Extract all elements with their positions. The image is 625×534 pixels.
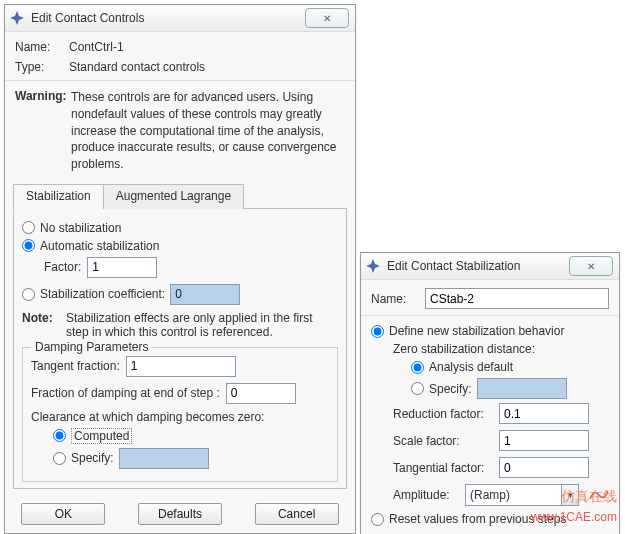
- warning-label: Warning:: [15, 89, 71, 173]
- edit-contact-stabilization-dialog: Edit Contact Stabilization ✕ Name: Defin…: [360, 252, 620, 534]
- warning-text: These controls are for advanced users. U…: [71, 89, 345, 173]
- label-no-stabilization: No stabilization: [40, 221, 121, 235]
- reduction-factor-input[interactable]: [499, 403, 589, 424]
- radio-no-stabilization[interactable]: [22, 221, 35, 234]
- damping-group-title: Damping Parameters: [31, 340, 152, 354]
- amplitude-curve-icon[interactable]: [589, 487, 609, 503]
- zero-distance-label: Zero stabilization distance:: [393, 342, 609, 356]
- type-label: Type:: [15, 60, 63, 74]
- amplitude-value: (Ramp): [466, 488, 561, 502]
- tangent-fraction-input[interactable]: [126, 356, 236, 377]
- amplitude-select[interactable]: (Ramp) ▾: [465, 484, 579, 506]
- radio-zero-specify[interactable]: [411, 382, 424, 395]
- app-icon: [365, 258, 381, 274]
- label-automatic-stabilization: Automatic stabilization: [40, 239, 159, 253]
- name-label: Name:: [371, 292, 419, 306]
- titlebar: Edit Contact Stabilization ✕: [361, 253, 619, 280]
- label-analysis-default: Analysis default: [429, 360, 513, 374]
- radio-define-new[interactable]: [371, 325, 384, 338]
- tangent-fraction-label: Tangent fraction:: [31, 359, 120, 373]
- zero-specify-input[interactable]: [477, 378, 567, 399]
- label-reset-values: Reset values from previous steps: [389, 512, 566, 526]
- radio-clearance-computed[interactable]: [53, 429, 66, 442]
- radio-stabilization-coefficient[interactable]: [22, 288, 35, 301]
- note-label: Note:: [22, 311, 60, 339]
- label-clearance-specify: Specify:: [71, 451, 114, 465]
- clearance-specify-input[interactable]: [119, 448, 209, 469]
- tab-stabilization[interactable]: Stabilization: [13, 184, 104, 209]
- label-define-new: Define new stabilization behavior: [389, 324, 564, 338]
- close-button[interactable]: ✕: [569, 256, 613, 276]
- damping-parameters-group: Damping Parameters Tangent fraction: Fra…: [22, 347, 338, 482]
- reduction-factor-label: Reduction factor:: [393, 407, 493, 421]
- fraction-end-input[interactable]: [226, 383, 296, 404]
- radio-clearance-specify[interactable]: [53, 452, 66, 465]
- tab-bar: Stabilization Augmented Lagrange: [13, 183, 347, 209]
- fraction-end-label: Fraction of damping at end of step :: [31, 386, 220, 400]
- name-value: ContCtrl-1: [69, 40, 124, 54]
- name-label: Name:: [15, 40, 63, 54]
- radio-automatic-stabilization[interactable]: [22, 239, 35, 252]
- factor-label: Factor:: [44, 260, 81, 274]
- dialog-title: Edit Contact Controls: [31, 11, 299, 25]
- tangential-factor-input[interactable]: [499, 457, 589, 478]
- coefficient-input[interactable]: [170, 284, 240, 305]
- close-button[interactable]: ✕: [305, 8, 349, 28]
- label-stabilization-coefficient: Stabilization coefficient:: [40, 287, 165, 301]
- app-icon: [9, 10, 25, 26]
- edit-contact-controls-dialog: Edit Contact Controls ✕ Name: ContCtrl-1…: [4, 4, 356, 534]
- clearance-label: Clearance at which damping becomes zero:: [31, 410, 329, 424]
- name-input[interactable]: [425, 288, 609, 309]
- stabilization-panel: No stabilization Automatic stabilization…: [13, 209, 347, 489]
- scale-factor-label: Scale factor:: [393, 434, 493, 448]
- radio-reset-values[interactable]: [371, 513, 384, 526]
- chevron-down-icon: ▾: [561, 485, 578, 505]
- tab-augmented-lagrange[interactable]: Augmented Lagrange: [103, 184, 244, 209]
- ok-button[interactable]: OK: [21, 503, 105, 525]
- note-text: Stabilization effects are only applied i…: [66, 311, 338, 339]
- titlebar: Edit Contact Controls ✕: [5, 5, 355, 32]
- tangential-factor-label: Tangential factor:: [393, 461, 493, 475]
- dialog-title: Edit Contact Stabilization: [387, 259, 563, 273]
- amplitude-label: Amplitude:: [393, 488, 459, 502]
- factor-input[interactable]: [87, 257, 157, 278]
- label-zero-specify: Specify:: [429, 382, 472, 396]
- label-clearance-computed: Computed: [71, 428, 132, 444]
- radio-analysis-default[interactable]: [411, 361, 424, 374]
- scale-factor-input[interactable]: [499, 430, 589, 451]
- type-value: Standard contact controls: [69, 60, 205, 74]
- cancel-button[interactable]: Cancel: [255, 503, 339, 525]
- defaults-button[interactable]: Defaults: [138, 503, 222, 525]
